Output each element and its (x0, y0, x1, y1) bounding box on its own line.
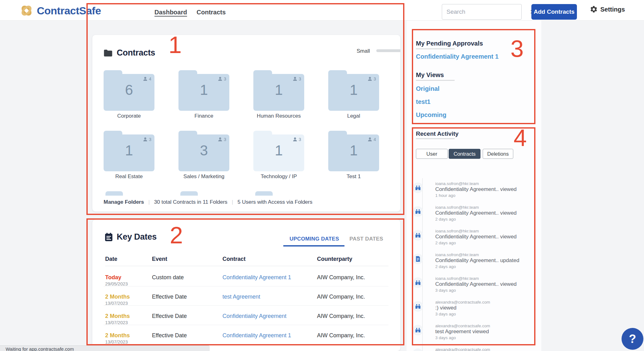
person-icon (368, 137, 372, 142)
contract-link[interactable]: Confidentiality Agreement 1 (222, 274, 291, 281)
folder-size-slider[interactable] (376, 49, 400, 52)
activity-action: Confidentiality Agreement.. viewed (435, 234, 517, 240)
folder-finance: 3 1 Finance (178, 70, 229, 119)
activity-time: 3 days ago (435, 312, 456, 316)
brand-logo[interactable]: ContractSafe (19, 4, 101, 17)
pending-approval-link[interactable]: Confidentiality Agreement 1 (416, 53, 499, 60)
settings-button[interactable]: Settings (590, 5, 625, 13)
activity-action: test Agreement viewed (435, 329, 489, 335)
counterparty-name: AIW Company, Inc. (317, 274, 365, 281)
view-link-upcoming[interactable]: Upcoming (416, 111, 446, 119)
folder-name: Sales / Marketing (178, 173, 229, 180)
tab-past-dates[interactable]: PAST DATES (349, 236, 383, 242)
activity-user: ioana.sofron@hkr.team (435, 205, 479, 210)
person-icon (368, 77, 372, 81)
person-icon (143, 137, 148, 142)
key-dates-panel: Key Dates UPCOMING DATES PAST DATES Date… (92, 220, 400, 351)
contract-link[interactable]: test Agreement (222, 294, 260, 300)
folder-icon[interactable]: 3 1 (253, 131, 304, 171)
folder-sales-marketing: 3 3 Sales / Marketing (178, 131, 229, 180)
contract-link[interactable]: Confidentiality Agreement 1 (222, 332, 291, 339)
contract-link[interactable]: Confidentiality Agreement (222, 313, 286, 319)
folder-users-badge: 3 (368, 76, 376, 81)
view-link-original[interactable]: Original (416, 85, 440, 92)
tab-activity-deletions[interactable]: Deletions (483, 149, 513, 159)
due-label: 2 Months (105, 332, 130, 339)
activity-user: ioana.sofron@hkr.team (435, 229, 479, 233)
column-header-contract: Contract (222, 256, 246, 262)
column-header-event: Event (152, 256, 167, 262)
folder-users-badge: 3 (143, 137, 151, 142)
divider (416, 80, 455, 81)
recent-activity-title: Recent Activity (416, 130, 459, 137)
person-icon (143, 77, 148, 81)
manage-folders-link[interactable]: Manage Folders (104, 199, 144, 205)
folder-icon[interactable]: 4 6 (104, 70, 154, 111)
activity-user: ioana.sofron@hkr.team (435, 181, 479, 186)
activity-time: 2 days ago (435, 241, 456, 245)
date-value: 13/07/2023 (105, 339, 128, 344)
due-label: 2 Months (105, 294, 130, 300)
browser-status-bar: Waiting for app.contractsafe.com (0, 345, 210, 351)
folder-icon[interactable]: 3 1 (178, 70, 229, 111)
folder-name: Test 1 (328, 173, 379, 180)
document-icon (412, 254, 423, 264)
status-text: Waiting for app.contractsafe.com (0, 346, 210, 351)
person-icon (293, 77, 297, 81)
active-tab-underline (283, 245, 344, 246)
divider (105, 266, 388, 266)
help-button[interactable]: ? (622, 328, 643, 350)
activity-action: Confidentiality Agreement.. viewed (435, 186, 517, 193)
activity-action: Confidentiality Agreement.. updated (435, 257, 519, 264)
binoculars-icon (412, 230, 423, 241)
folder-stub (180, 191, 198, 196)
search-box: ✕ (442, 4, 522, 20)
folder-icon[interactable]: 3 1 (328, 70, 379, 111)
folder-users-badge: 3 (218, 76, 226, 81)
folder-corporate: 4 6 Corporate (104, 70, 154, 119)
activity-user: ioana.sofron@hkr.team (435, 252, 479, 257)
tab-upcoming-dates[interactable]: UPCOMING DATES (290, 236, 339, 242)
view-link-test1[interactable]: test1 (416, 98, 431, 105)
folder-icon[interactable]: 3 1 (104, 131, 154, 171)
contracts-panel-title: Contracts (104, 48, 155, 58)
brand-name: ContractSafe (37, 5, 101, 17)
folder-users-badge: 3 (293, 137, 301, 142)
column-header-date: Date (105, 256, 117, 262)
activity-user: alexandra@contractsafe.com (435, 324, 490, 328)
folder-name: Corporate (104, 113, 154, 119)
person-icon (293, 137, 297, 142)
divider (104, 286, 388, 286)
tab-activity-contracts[interactable]: Contracts (449, 149, 481, 159)
tab-activity-user[interactable]: User (416, 149, 448, 159)
calendar-icon (105, 232, 113, 242)
person-icon (218, 77, 222, 81)
folder-real-estate: 3 1 Real Estate (104, 131, 154, 180)
folder-legal: 3 1 Legal (328, 70, 379, 119)
folder-users-badge: 4 (368, 137, 376, 142)
folder-test-1: 4 1 Test 1 (328, 131, 379, 180)
counterparty-name: AIW Company, Inc. (317, 294, 365, 300)
folder-icon[interactable]: 4 1 (328, 131, 379, 171)
my-views-title: My Views (416, 71, 444, 79)
activity-time: 2 days ago (435, 264, 456, 269)
settings-label: Settings (600, 6, 625, 13)
gear-icon (590, 5, 598, 13)
binoculars-icon (412, 277, 423, 288)
folder-icon[interactable]: 3 3 (178, 131, 229, 171)
folder-icon[interactable]: 3 1 (253, 70, 304, 111)
event-type: Custom date (152, 274, 184, 281)
folder-name: Human Resources (253, 113, 304, 119)
nav-contracts[interactable]: Contracts (197, 9, 226, 16)
folder-users-badge: 3 (293, 76, 301, 81)
add-contracts-button[interactable]: Add Contracts (531, 4, 577, 20)
activity-user: ioana.sofron@hkr.team (435, 276, 479, 281)
total-contracts-text: 30 total Contracts in 11 Folders (154, 199, 227, 205)
nav-dashboard[interactable]: Dashboard (154, 9, 187, 16)
date-value: 13/07/2023 (105, 320, 128, 325)
event-type: Effective Date (152, 313, 187, 319)
slider-small-label: Small (357, 48, 370, 54)
search-input[interactable] (442, 8, 525, 15)
due-label: Today (105, 274, 121, 281)
logo-knot-icon (19, 4, 34, 17)
